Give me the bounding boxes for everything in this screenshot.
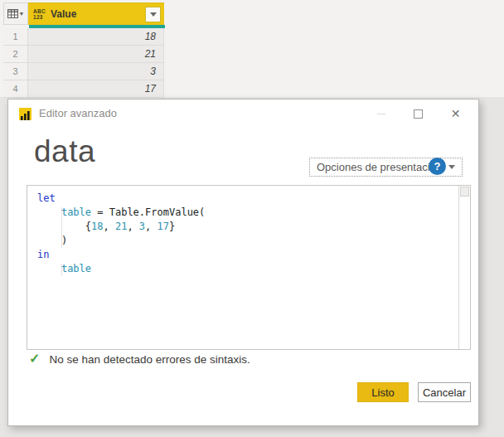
row-number: 2 — [3, 46, 28, 63]
done-button[interactable]: Listo — [357, 382, 409, 402]
table-body: 11822133417 — [3, 28, 165, 98]
checkmark-icon: ✓ — [29, 352, 40, 366]
code-line: table = Table.FromValue( — [37, 206, 458, 220]
row-number: 1 — [3, 28, 28, 46]
chevron-down-icon: ▼ — [19, 11, 25, 17]
advanced-editor-dialog: Editor avanzado ✕ data Opciones de prese… — [7, 99, 479, 426]
cancel-button[interactable]: Cancelar — [418, 382, 471, 402]
editor-scrollbar[interactable] — [458, 186, 470, 349]
table-grid-icon — [7, 7, 18, 22]
maximize-icon — [414, 109, 423, 119]
powerbi-logo-icon — [19, 108, 32, 120]
close-button[interactable]: ✕ — [437, 100, 474, 127]
column-type-abc123-icon[interactable]: ABC 123 — [33, 8, 46, 20]
question-mark-icon: ? — [434, 160, 441, 172]
column-header-value[interactable]: ABC 123 Value — [28, 2, 164, 25]
table-select-all-button[interactable]: ▼ — [3, 2, 28, 25]
window-controls: ✕ — [362, 100, 474, 127]
row-number: 4 — [3, 80, 28, 98]
code-area[interactable]: let table = Table.FromValue( {18, 21, 3,… — [27, 186, 458, 349]
minimize-icon — [377, 114, 385, 114]
row-value[interactable]: 18 — [28, 28, 164, 46]
table-row[interactable]: 221 — [3, 46, 165, 63]
minimize-button[interactable] — [362, 100, 400, 127]
dialog-title: Editor avanzado — [39, 107, 117, 119]
display-options-label: Opciones de presentación — [317, 161, 442, 173]
help-button[interactable]: ? — [429, 158, 446, 175]
table-header-row: ▼ ABC 123 Value — [3, 2, 165, 25]
code-line: let — [37, 192, 458, 206]
query-preview-table: ▼ ABC 123 Value 11822133417 — [3, 2, 165, 98]
syntax-status-message: No se han detectado errores de sintaxis. — [49, 353, 250, 366]
table-row[interactable]: 33 — [3, 63, 165, 80]
syntax-status: ✓ No se han detectado errores de sintaxi… — [29, 352, 250, 366]
code-line: in — [37, 248, 458, 262]
scrollbar-thumb[interactable] — [460, 187, 469, 197]
row-number: 3 — [3, 63, 28, 80]
chevron-down-icon — [448, 165, 455, 169]
column-name: Value — [51, 8, 140, 20]
column-filter-button[interactable] — [145, 7, 161, 22]
code-line: {18, 21, 3, 17} — [37, 220, 458, 234]
m-code-editor[interactable]: let table = Table.FromValue( {18, 21, 3,… — [27, 185, 471, 350]
row-value[interactable]: 3 — [28, 63, 164, 80]
row-value[interactable]: 17 — [28, 80, 164, 98]
code-line: ) — [37, 234, 458, 248]
row-value[interactable]: 21 — [28, 46, 164, 63]
table-row[interactable]: 417 — [3, 80, 165, 98]
maximize-button[interactable] — [400, 100, 437, 127]
table-row[interactable]: 118 — [3, 28, 165, 46]
query-name-heading: data — [34, 134, 95, 169]
chevron-down-icon — [150, 12, 157, 17]
close-icon: ✕ — [451, 108, 461, 119]
code-line: table — [37, 262, 458, 276]
